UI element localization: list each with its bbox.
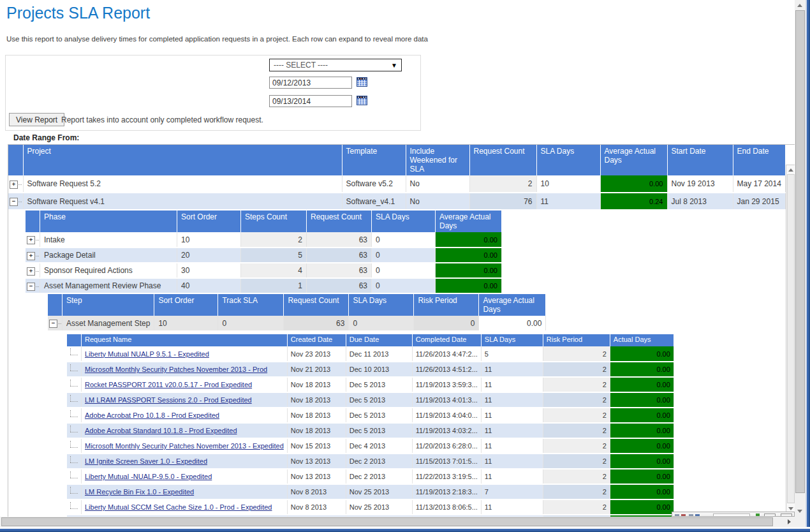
steps-table: Step Sort Order Track SLA Request Count … <box>48 294 546 332</box>
request-link[interactable]: LM LRAM PASSPORT Sessions 2.0 - Prod Exp… <box>85 396 252 404</box>
pager-icon[interactable] <box>675 514 679 516</box>
grid-pager-strip <box>672 512 795 517</box>
calendar-icon[interactable] <box>356 77 367 87</box>
tree-branch-icon <box>68 412 80 420</box>
scroll-up-icon[interactable] <box>797 4 802 7</box>
col-header-created-date: Created Date <box>287 334 346 346</box>
grid-scrollbar-thumb[interactable] <box>787 174 795 503</box>
cell-steps-count: 5 <box>241 248 307 263</box>
collapse-icon[interactable] <box>48 320 61 327</box>
pager-icon[interactable] <box>695 514 700 516</box>
pager-icon[interactable] <box>689 514 693 516</box>
cell-template: Software v5.2 <box>342 175 406 193</box>
cell-created-date: Nov 21 2013 <box>287 362 346 377</box>
cell-completed-date: 11/19/2013 4:01:3... <box>412 392 481 408</box>
template-select-value: ---- SELECT ---- <box>274 61 328 70</box>
request-link[interactable]: Adobe Acrobat Pro 10.1.8 - Prod Expedite… <box>85 411 219 419</box>
collapse-icon[interactable] <box>26 283 39 290</box>
tree-cell <box>67 469 82 484</box>
view-report-button[interactable]: View Report <box>9 113 64 126</box>
col-header-average-actual-days: Average Actual Days <box>479 294 546 316</box>
collapse-icon[interactable] <box>9 198 22 205</box>
scroll-down-icon[interactable] <box>797 510 802 513</box>
cell-average-actual-days: 0.00 <box>436 248 502 263</box>
cell-sla-days: 11 <box>481 408 543 423</box>
cell-average-actual-days: 0.00 <box>436 263 502 278</box>
cell-created-date: Nov 15 2013 <box>287 438 346 454</box>
col-header-risk-period: Risk Period <box>414 294 479 316</box>
request-link[interactable]: Adobe Acrobat Standard 10.1.8 - Prod Exp… <box>85 427 237 434</box>
request-link[interactable]: Liberty Mutual SCCM Set Cache Size 1.0 -… <box>85 503 272 511</box>
cell-end-date: May 17 2014 <box>733 175 785 193</box>
tree-branch-icon <box>68 427 80 435</box>
request-link[interactable]: Rocket PASSPORT 2011 v20.0.5.17 - Prod E… <box>85 381 252 388</box>
cell-sla-days: 11 <box>481 377 543 392</box>
cell-sla-days: 0 <box>372 278 436 293</box>
page-horizontal-scrollbar[interactable] <box>0 517 795 527</box>
expand-icon[interactable] <box>26 236 39 244</box>
template-select[interactable]: ---- SELECT ---- ▼ <box>269 59 402 71</box>
steps-header-row: Step Sort Order Track SLA Request Count … <box>48 294 546 316</box>
page-scrollbar-thumb[interactable] <box>795 10 805 493</box>
header-spacer <box>26 211 40 232</box>
request-link[interactable]: LM Recycle Bin Fix 1.0 - Expedited <box>85 488 194 496</box>
tree-cell <box>67 454 82 469</box>
page-description: Use this report to analyse delivery time… <box>6 35 428 43</box>
page-scrollbar-thumb[interactable] <box>1 517 773 526</box>
cell-risk-period: 2 <box>543 423 610 438</box>
request-link[interactable]: Microsoft Monthly Security Patches Novem… <box>85 366 267 373</box>
calendar-icon[interactable] <box>356 96 367 106</box>
scroll-up-icon[interactable] <box>788 168 793 172</box>
expand-icon[interactable] <box>9 181 22 188</box>
col-header-sla-days: SLA Days <box>536 145 600 175</box>
cell-actual-days: 0.00 <box>610 392 674 408</box>
request-row: LM Ignite Screen Saver 1.0 - Expedited N… <box>67 454 674 469</box>
sla-report-grid: Project Template Include Weekened for SL… <box>8 144 797 517</box>
phases-table: Phase Sort Order Steps Count Request Cou… <box>26 211 502 294</box>
cell-average-actual-days: 0.00 <box>479 316 546 331</box>
col-header-average-actual-days: Average Actual Days <box>436 211 502 232</box>
cell-due-date: Dec 2 2013 <box>346 469 412 484</box>
request-link[interactable]: Microsoft Monthly Security Patches Novem… <box>85 442 284 450</box>
cell-sla-days: 11 <box>481 438 543 454</box>
cell-steps-count: 2 <box>241 232 307 248</box>
scroll-down-icon[interactable] <box>788 507 793 510</box>
scroll-right-icon[interactable] <box>788 519 791 524</box>
cell-start-date: Nov 19 2013 <box>667 175 733 193</box>
date-from-input[interactable] <box>269 77 352 89</box>
request-link[interactable]: Liberty Mutual -NUALP-9.5.0 - Expedited <box>85 473 212 480</box>
tree-cell <box>67 423 82 438</box>
col-header-sort-order: Sort Order <box>154 294 218 316</box>
cell-request-name: Adobe Acrobat Pro 10.1.8 - Prod Expedite… <box>82 408 288 423</box>
cell-sla-days: 11 <box>481 362 543 377</box>
request-link[interactable]: Liberty Mutual NUALP 9.5.1 - Expedited <box>85 350 209 358</box>
request-link[interactable]: LM Ignite Screen Saver 1.0 - Expedited <box>85 457 207 465</box>
cell-due-date: Dec 11 2013 <box>346 346 412 362</box>
page-title: Projects SLA Report <box>6 4 150 22</box>
cell-request-name: Rocket PASSPORT 2011 v20.0.5.17 - Prod E… <box>82 377 288 392</box>
cell-steps-count: 4 <box>241 263 307 278</box>
cell-actual-days: 0.00 <box>610 346 674 362</box>
phase-row: Sponsor Required Actions 30 4 63 0 0.00 <box>26 263 502 278</box>
project-row: Software Request 5.2 Software v5.2 No 2 … <box>8 175 785 193</box>
expand-icon[interactable] <box>26 267 39 275</box>
date-to-input[interactable] <box>269 95 352 107</box>
cell-project: Software Request 5.2 <box>23 175 342 193</box>
cell-completed-date: 11/26/2013 4:51:2... <box>412 362 481 377</box>
cell-request-count: 2 <box>469 175 536 193</box>
phase-row: Asset Management Review Phase 40 1 63 0 … <box>26 278 502 293</box>
cell-completed-date: 11/19/2013 2:18:3... <box>412 484 481 499</box>
cell-sla-days: 7 <box>481 484 543 499</box>
page-vertical-scrollbar[interactable] <box>795 0 806 517</box>
request-row: Liberty Mutual -NUALP-9.5.0 - Expedited … <box>67 469 674 484</box>
col-header-include-weekend: Include Weekened for SLA <box>406 145 469 175</box>
cell-sla-days: 0 <box>372 263 436 278</box>
request-row: LM Recycle Bin Fix 1.0 - Expedited Nov 8… <box>67 484 674 499</box>
pager-icon[interactable] <box>681 514 686 516</box>
cell-sort-order: 20 <box>177 248 241 263</box>
cell-due-date: Dec 5 2013 <box>346 392 412 408</box>
cell-created-date: Nov 18 2013 <box>287 392 346 408</box>
expand-icon[interactable] <box>26 252 39 260</box>
expander-cell <box>26 248 40 263</box>
cell-risk-period: 2 <box>543 484 610 499</box>
